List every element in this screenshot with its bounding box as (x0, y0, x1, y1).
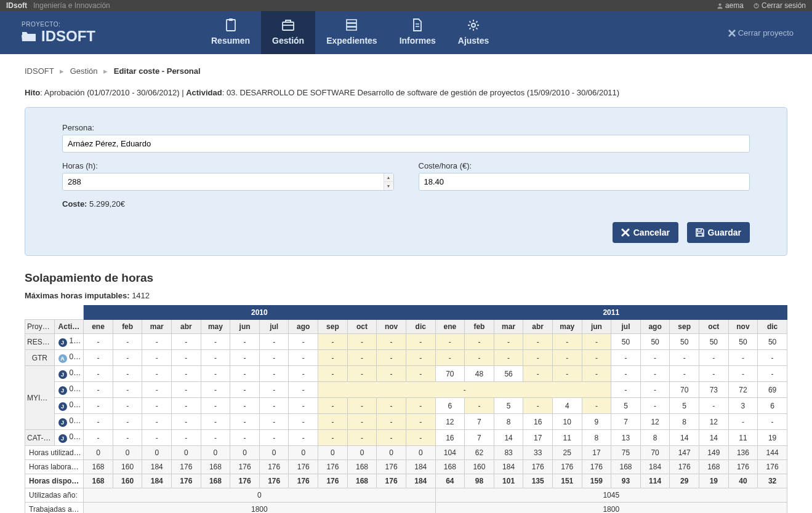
cell: 151 (552, 474, 582, 488)
nav-informes[interactable]: Informes (388, 11, 447, 54)
cell: - (84, 414, 113, 430)
cell: - (552, 334, 582, 350)
horas-input[interactable] (62, 173, 394, 191)
cell: 168 (435, 460, 465, 474)
cell: 75 (611, 446, 641, 460)
badge-icon: J (58, 370, 67, 379)
cell-activity: J03. DESARR... (54, 382, 84, 398)
cell: - (201, 382, 230, 398)
cell: - (377, 334, 406, 350)
cell: 101 (494, 474, 523, 488)
col-month: mar (142, 320, 172, 334)
year-header: 2010 (84, 306, 435, 320)
close-project[interactable]: Cerrar proyecto (728, 28, 794, 38)
cell: 176 (377, 474, 406, 488)
topbar: IDsoft Ingeniería e Innovación aema Cerr… (0, 0, 812, 11)
cell: - (113, 414, 142, 430)
cancel-button[interactable]: Cancelar (613, 222, 678, 243)
briefcase-icon (281, 18, 295, 32)
cell: - (201, 334, 230, 350)
cell: - (699, 398, 729, 414)
cell: 50 (611, 334, 641, 350)
cell: 19 (758, 430, 787, 446)
spin-down[interactable]: ▼ (384, 182, 393, 190)
cell: - (172, 398, 201, 414)
cell: 12 (699, 414, 729, 430)
table-row: REST D-2014J1. ESTUDIO D...-------------… (25, 334, 787, 350)
cell: - (142, 382, 172, 398)
cell: - (84, 366, 113, 382)
cell: - (377, 398, 406, 414)
cell: - (230, 414, 260, 430)
cell: 0 (347, 446, 377, 460)
cell: 29 (670, 474, 699, 488)
cell: 6 (758, 398, 787, 414)
spin-up[interactable]: ▲ (384, 173, 393, 182)
cell: - (347, 366, 377, 382)
cell: 32 (758, 474, 787, 488)
cell: 184 (406, 474, 435, 488)
cell: 0 (406, 446, 435, 460)
cell: 114 (640, 474, 670, 488)
cell: 176 (289, 460, 318, 474)
edit-panel: Persona: Horas (h): ▲ ▼ Coste/hora (€): (25, 107, 787, 256)
cell: - (259, 350, 289, 366)
save-button[interactable]: Guardar (687, 222, 750, 243)
cell: 8 (582, 430, 611, 446)
cell: 168 (611, 460, 641, 474)
col-month: may (201, 320, 230, 334)
cell: - (318, 414, 348, 430)
cell: - (758, 414, 787, 430)
persona-input[interactable] (62, 135, 750, 153)
breadcrumb-item[interactable]: IDSOFT (25, 66, 54, 76)
year-header: 2011 (435, 306, 787, 320)
logout-link[interactable]: Cerrar sesión (753, 1, 806, 10)
cell: 6 (435, 398, 465, 414)
cell-activity: J1. ESTUDIO D... (54, 334, 84, 350)
cell: - (318, 350, 348, 366)
badge-icon: J (58, 418, 67, 427)
cell: - (289, 430, 318, 446)
cell: - (611, 366, 641, 382)
cell: - (347, 414, 377, 430)
cell: 16 (435, 430, 465, 446)
breadcrumb-item[interactable]: Gestión (70, 66, 98, 76)
cell: 17 (523, 430, 553, 446)
document-icon (411, 18, 424, 32)
cell: 16 (523, 414, 553, 430)
coste-hora-input[interactable] (419, 173, 750, 191)
power-icon (753, 2, 760, 9)
hours-table: 20102011ProyectoActividadenefebmarabrmay… (25, 305, 787, 513)
cell: - (259, 334, 289, 350)
cell: 98 (465, 474, 494, 488)
nav-ajustes[interactable]: Ajustes (447, 11, 500, 54)
cell: - (640, 350, 670, 366)
cell: - (201, 398, 230, 414)
cell: 168 (347, 460, 377, 474)
cell: 14 (494, 430, 523, 446)
cell: 0 (84, 488, 435, 503)
nav-gestión[interactable]: Gestión (261, 11, 315, 54)
cell: 176 (318, 474, 348, 488)
cell: - (230, 398, 260, 414)
nav-expedientes[interactable]: Expedientes (315, 11, 388, 54)
cell: 25 (552, 446, 582, 460)
cell: 168 (84, 460, 113, 474)
gear-icon (467, 18, 480, 32)
cell: 176 (230, 460, 260, 474)
max-hours: Máximas horas imputables: 1412 (25, 291, 787, 300)
cell: 176 (670, 460, 699, 474)
cell: - (435, 334, 465, 350)
nav-resumen[interactable]: Resumen (200, 11, 261, 54)
user-link[interactable]: aema (717, 1, 744, 10)
cell: 176 (552, 460, 582, 474)
cell: - (758, 350, 787, 366)
cell: 184 (494, 460, 523, 474)
cell-activity: J01. Desarrollo ... (54, 430, 84, 446)
cell: 12 (640, 414, 670, 430)
summary-row: Horas laborables:16816018417616817617617… (25, 460, 787, 474)
cell: - (611, 382, 641, 398)
user-icon (717, 2, 723, 9)
cell: - (377, 414, 406, 430)
cell: 176 (728, 460, 758, 474)
